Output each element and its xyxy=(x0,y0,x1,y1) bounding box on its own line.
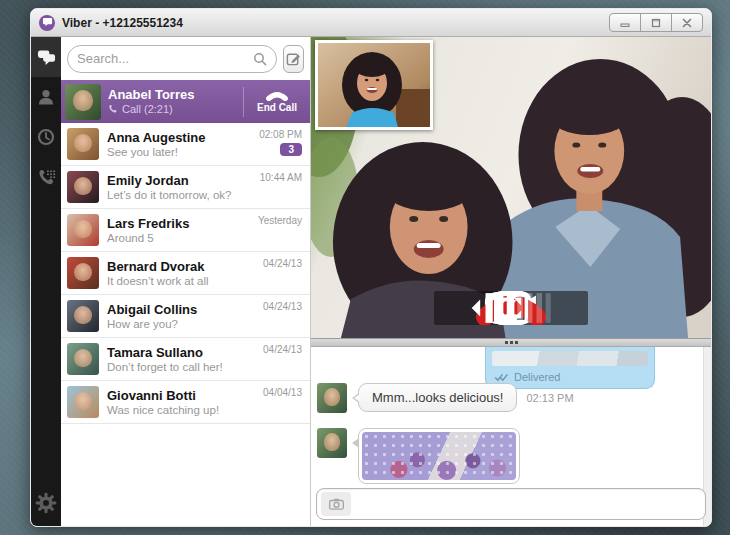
search-row xyxy=(61,37,310,80)
sidebar xyxy=(31,37,61,526)
timestamp: 04/24/13 xyxy=(263,301,302,312)
camera-icon xyxy=(329,498,344,510)
window-controls xyxy=(610,13,703,32)
self-video-preview xyxy=(315,40,433,130)
timestamp: 10:44 AM xyxy=(260,172,302,183)
avatar xyxy=(65,84,101,120)
active-call-status: Call (2:21) xyxy=(108,102,243,116)
outgoing-image-thumbnail[interactable] xyxy=(492,351,648,366)
incoming-image-message xyxy=(317,428,520,484)
message-bubble: Mmm...looks delicious! xyxy=(358,383,517,412)
person-icon xyxy=(37,88,55,106)
incoming-message: Mmm...looks delicious! 02:13 PM xyxy=(317,383,574,413)
chat-area: Delivered Mmm...looks delicious! 02:13 P… xyxy=(311,347,711,526)
close-icon xyxy=(682,18,692,28)
title-bar[interactable]: Viber - +12125551234 xyxy=(31,9,711,37)
active-call-name: Anabel Torres xyxy=(108,87,243,102)
contact-name: Bernard Dvorak xyxy=(107,259,209,274)
message-preview: It doesn’t work at all xyxy=(107,274,209,288)
compose-button[interactable] xyxy=(283,45,304,73)
cupcakes-photo xyxy=(362,432,516,480)
avatar xyxy=(67,128,99,160)
close-button[interactable] xyxy=(671,13,703,32)
compose-icon xyxy=(286,51,301,66)
avatar xyxy=(67,386,99,418)
conversations-panel: Anabel Torres Call (2:21) End Call Anna … xyxy=(61,37,311,526)
search-icon xyxy=(253,52,267,66)
chat-bubbles-icon xyxy=(37,48,56,67)
search-box[interactable] xyxy=(67,45,277,73)
message-preview: Was nice catching up! xyxy=(107,403,219,417)
contact-name: Emily Jordan xyxy=(107,173,231,188)
avatar xyxy=(67,343,99,375)
search-input[interactable] xyxy=(77,51,253,66)
end-call-handset-icon xyxy=(265,90,289,101)
message-time: 02:13 PM xyxy=(526,392,573,404)
viber-window: Viber - +12125551234 xyxy=(30,8,712,527)
conversation-row[interactable]: Anna Augestine See you later! 02:08 PM 3 xyxy=(61,123,310,166)
conversation-row[interactable]: Giovanni Botti Was nice catching up! 04/… xyxy=(61,381,310,424)
settings-button[interactable] xyxy=(31,480,61,526)
fullscreen-icon xyxy=(434,291,588,325)
chat-resize-handle[interactable] xyxy=(311,338,711,347)
avatar xyxy=(317,383,347,413)
active-call-row[interactable]: Anabel Torres Call (2:21) End Call xyxy=(61,80,310,123)
maximize-button[interactable] xyxy=(640,13,672,32)
call-controls-bar xyxy=(434,291,588,325)
drag-handle-dots-icon xyxy=(505,341,508,344)
sidebar-item-history[interactable] xyxy=(31,117,61,157)
clock-icon xyxy=(37,128,55,146)
self-video-frame xyxy=(318,43,430,127)
call-and-chat-panel: Delivered Mmm...looks delicious! 02:13 P… xyxy=(311,37,711,526)
conversation-row[interactable]: Lars Fredriks Around 5 Yesterday xyxy=(61,209,310,252)
conversation-row[interactable]: Bernard Dvorak It doesn’t work at all 04… xyxy=(61,252,310,295)
minimize-button[interactable] xyxy=(609,13,641,32)
contact-name: Tamara Sullano xyxy=(107,345,223,360)
message-input[interactable] xyxy=(355,497,701,512)
timestamp: Yesterday xyxy=(258,215,302,226)
avatar xyxy=(67,171,99,203)
avatar xyxy=(67,214,99,246)
window-title: Viber - +12125551234 xyxy=(62,16,183,30)
conversation-row[interactable]: Emily Jordan Let’s do it tomorrow, ok? 1… xyxy=(61,166,310,209)
contact-name: Giovanni Botti xyxy=(107,388,219,403)
contact-name: Abigail Collins xyxy=(107,302,197,317)
image-message-bubble[interactable] xyxy=(358,428,520,484)
end-call-button[interactable]: End Call xyxy=(244,90,310,113)
viber-logo xyxy=(39,15,55,31)
conversation-row[interactable]: Tamara Sullano Don’t forget to call her!… xyxy=(61,338,310,381)
timestamp: 04/24/13 xyxy=(263,344,302,355)
delivery-status: Delivered xyxy=(494,371,646,383)
maximize-icon xyxy=(651,18,661,28)
remote-video xyxy=(311,37,711,338)
conversation-row[interactable]: Abigail Collins How are you? 04/24/13 xyxy=(61,295,310,338)
gear-icon xyxy=(35,492,57,514)
message-preview: See you later! xyxy=(107,145,205,159)
timestamp: 04/24/13 xyxy=(263,258,302,269)
message-preview: Let’s do it tomorrow, ok? xyxy=(107,188,231,202)
timestamp: 04/04/13 xyxy=(263,387,302,398)
unread-badge: 3 xyxy=(280,143,302,156)
sidebar-item-contacts[interactable] xyxy=(31,77,61,117)
message-input-row xyxy=(316,488,706,520)
sidebar-item-dialpad[interactable] xyxy=(31,157,61,197)
avatar xyxy=(67,300,99,332)
message-preview: How are you? xyxy=(107,317,197,331)
double-check-icon xyxy=(494,373,509,382)
sidebar-item-chats[interactable] xyxy=(31,37,61,77)
call-handset-icon xyxy=(108,104,118,114)
attach-photo-button[interactable] xyxy=(321,492,351,516)
phone-keypad-icon xyxy=(37,168,56,187)
avatar xyxy=(67,257,99,289)
message-preview: Around 5 xyxy=(107,231,189,245)
minimize-icon xyxy=(620,18,630,28)
message-preview: Don’t forget to call her! xyxy=(107,360,223,374)
timestamp: 02:08 PM xyxy=(259,129,302,140)
contact-name: Lars Fredriks xyxy=(107,216,189,231)
contact-name: Anna Augestine xyxy=(107,130,205,145)
avatar xyxy=(317,428,347,458)
